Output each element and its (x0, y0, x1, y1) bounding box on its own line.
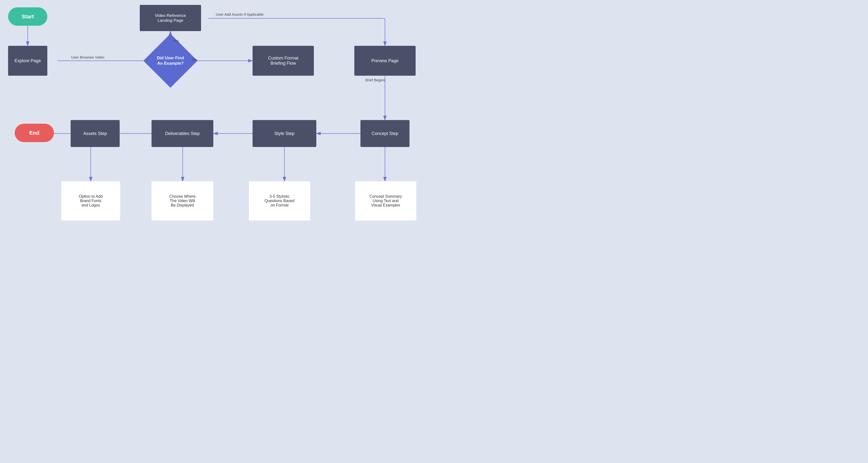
no-label: No (192, 58, 197, 62)
preview-page-node: Preview Page (354, 46, 415, 76)
choose-where-node: Choose Where The Video Will Be Displayed (152, 181, 213, 221)
brief-begins-label: Brief Begins (365, 78, 385, 82)
diamond-label: Did User FindAn Example? (157, 55, 184, 66)
assets-step-node: Assets Step (71, 120, 120, 147)
explore-page-node: Explore Page (8, 46, 47, 76)
user-browses-label: User Browses Video (71, 55, 104, 59)
end-node: End (15, 124, 54, 142)
deliverables-step-node: Deliverables Step (152, 120, 213, 147)
flowchart: Start Explore Page User Browses Video Vi… (0, 0, 434, 232)
user-add-assets-label: User Add Assets If Applicable (216, 12, 264, 16)
diamond-node: Did User FindAn Example? (144, 34, 198, 88)
option-add-node: Option to Add Brand Fonts and Logos (61, 181, 120, 221)
start-node: Start (8, 7, 47, 26)
custom-format-node: Custom Format Briefing Flow (253, 46, 314, 76)
concept-step-node: Concept Step (361, 120, 409, 147)
stylistic-questions-node: 3-5 Stylistic Questions Based on Format (249, 181, 310, 221)
style-step-node: Style Step (253, 120, 316, 147)
yes-label: Yes (173, 39, 179, 43)
concept-summary-node: Concept Summary Using Text and Visual Ex… (355, 181, 416, 221)
video-ref-node: Video Reference Landing Page (140, 5, 201, 31)
